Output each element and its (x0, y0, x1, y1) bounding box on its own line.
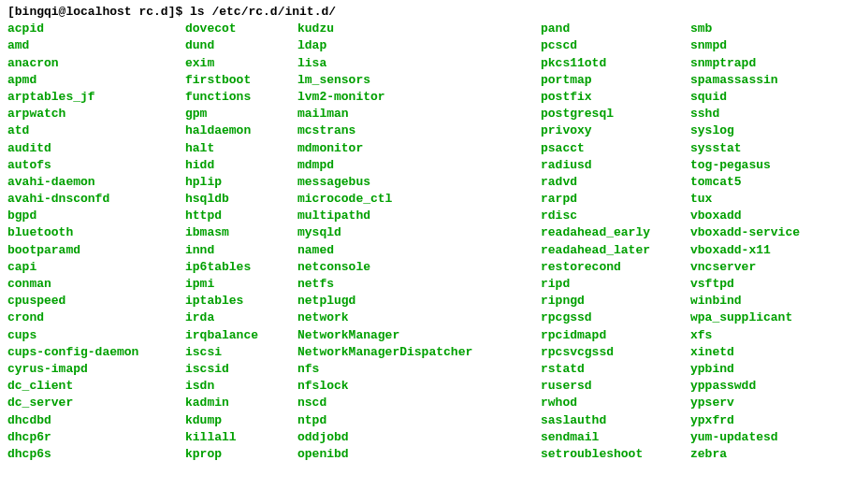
listing-entry: ypbind (690, 361, 848, 378)
listing-entry: haldaemon (185, 122, 297, 139)
listing-entry: network (297, 310, 541, 326)
listing-entry: rpcgssd (541, 310, 690, 326)
listing-entry: kadmin (185, 395, 297, 411)
listing-entry: lisa (297, 55, 541, 72)
listing-entry: rpcsvcgssd (541, 344, 690, 361)
listing-entry: kprop (185, 446, 297, 463)
listing-entry: bootparamd (7, 242, 185, 259)
listing-entry: hplip (185, 174, 297, 191)
listing-entry: dc_server (7, 395, 185, 411)
listing-entry: postfix (541, 89, 690, 106)
listing-entry: pkcs11otd (541, 55, 690, 72)
listing-col-4: smbsnmpdsnmptrapdspamassassinsquidsshdsy… (690, 21, 848, 463)
listing-entry: vsftpd (690, 276, 848, 293)
listing-entry: iscsid (185, 361, 297, 378)
listing-entry: avahi-daemon (7, 174, 185, 191)
listing-entry: ipmi (185, 276, 297, 293)
listing-entry: auditd (7, 140, 185, 157)
listing-entry: avahi-dnsconfd (7, 191, 185, 208)
listing-entry: cups (7, 327, 185, 344)
listing-entry: snmpd (690, 37, 848, 54)
listing-entry: conman (7, 276, 185, 293)
listing-entry: vboxadd (690, 208, 848, 224)
listing-entry: crond (7, 310, 185, 326)
listing-entry: dund (185, 37, 297, 54)
listing-entry: rusersd (541, 378, 690, 395)
listing-entry: halt (185, 140, 297, 157)
listing-entry: rstatd (541, 361, 690, 378)
listing-entry: readahead_later (541, 242, 690, 259)
listing-entry: cyrus-imapd (7, 361, 185, 378)
listing-col-2: kudzuldaplisalm_sensorslvm2-monitormailm… (297, 21, 541, 463)
listing-entry: sendmail (541, 429, 690, 446)
listing-col-1: dovecotdundeximfirstbootfunctionsgpmhald… (185, 21, 297, 463)
listing-entry: netplugd (297, 293, 541, 310)
listing-entry: lvm2-monitor (297, 89, 541, 106)
listing-entry: multipathd (297, 208, 541, 224)
listing-entry: oddjobd (297, 429, 541, 446)
listing-entry: restorecond (541, 259, 690, 276)
listing-entry: apmd (7, 72, 185, 89)
listing-entry: kudzu (297, 21, 541, 37)
listing-entry: yum-updatesd (690, 429, 848, 446)
listing-entry: syslog (690, 122, 848, 139)
listing-entry: NetworkManager (297, 327, 541, 344)
listing-entry: tux (690, 191, 848, 208)
shell-prompt: [bingqi@localhost rc.d]$ ls /etc/rc.d/in… (7, 4, 848, 21)
listing-entry: iptables (185, 293, 297, 310)
listing-entry: bluetooth (7, 224, 185, 241)
listing-entry: ldap (297, 37, 541, 54)
listing-entry: dhcp6s (7, 446, 185, 463)
listing-entry: squid (690, 89, 848, 106)
listing-entry: openibd (297, 446, 541, 463)
listing-entry: radiusd (541, 157, 690, 174)
listing-entry: gpm (185, 106, 297, 122)
listing-entry: irda (185, 310, 297, 326)
listing-entry: capi (7, 259, 185, 276)
listing-entry: nfslock (297, 378, 541, 395)
listing-entry: acpid (7, 21, 185, 37)
listing-entry: arptables_jf (7, 89, 185, 106)
listing-entry: mdmonitor (297, 140, 541, 157)
listing-entry: httpd (185, 208, 297, 224)
listing-entry: yppasswdd (690, 378, 848, 395)
listing-entry: sshd (690, 106, 848, 122)
listing-entry: saslauthd (541, 412, 690, 429)
listing-entry: dhcp6r (7, 429, 185, 446)
listing-entry: isdn (185, 378, 297, 395)
listing-entry: innd (185, 242, 297, 259)
listing-entry: vboxadd-x11 (690, 242, 848, 259)
listing-entry: dhcdbd (7, 412, 185, 429)
listing-entry: nscd (297, 395, 541, 411)
listing-entry: cpuspeed (7, 293, 185, 310)
listing-entry: amd (7, 37, 185, 54)
listing-entry: killall (185, 429, 297, 446)
listing-entry: privoxy (541, 122, 690, 139)
listing-entry: dc_client (7, 378, 185, 395)
listing-entry: mdmpd (297, 157, 541, 174)
listing-entry: ntpd (297, 412, 541, 429)
listing-entry: messagebus (297, 174, 541, 191)
listing-entry: zebra (690, 446, 848, 463)
listing-entry: xinetd (690, 344, 848, 361)
listing-entry: cups-config-daemon (7, 344, 185, 361)
listing-entry: named (297, 242, 541, 259)
listing-entry: tomcat5 (690, 174, 848, 191)
listing-entry: pcscd (541, 37, 690, 54)
listing-entry: exim (185, 55, 297, 72)
listing-entry: mailman (297, 106, 541, 122)
listing-entry: wpa_supplicant (690, 310, 848, 326)
listing-entry: mcstrans (297, 122, 541, 139)
listing-entry: rwhod (541, 395, 690, 411)
listing-entry: psacct (541, 140, 690, 157)
listing-entry: rarpd (541, 191, 690, 208)
listing-entry: rpcidmapd (541, 327, 690, 344)
listing-entry: setroubleshoot (541, 446, 690, 463)
listing-entry: winbind (690, 293, 848, 310)
listing-entry: radvd (541, 174, 690, 191)
listing-entry: vncserver (690, 259, 848, 276)
listing-entry: mysqld (297, 224, 541, 241)
listing-entry: ripngd (541, 293, 690, 310)
listing-entry: autofs (7, 157, 185, 174)
directory-listing: acpidamdanacronapmdarptables_jfarpwatcha… (7, 21, 848, 463)
